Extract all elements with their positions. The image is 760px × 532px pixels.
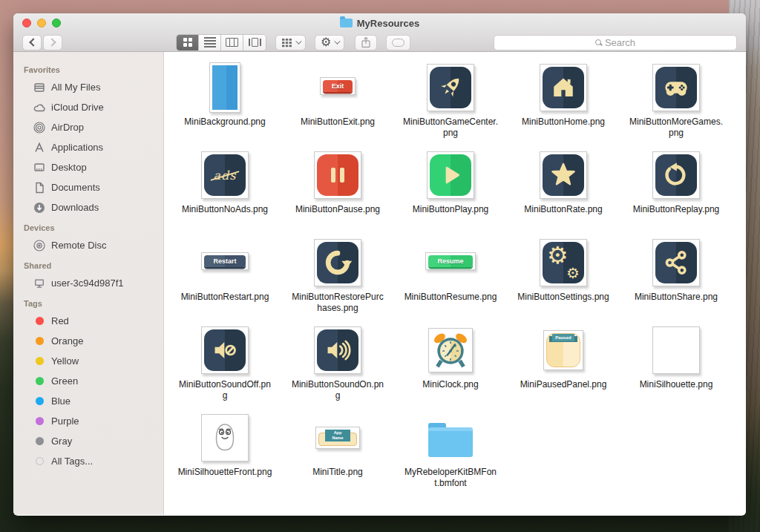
sound-off-icon [211,338,239,363]
window-controls [22,19,61,27]
file-item[interactable]: MiniButtonMoreGames.png [620,62,733,150]
search-icon [595,39,601,45]
zoom-button[interactable] [52,19,61,27]
sidebar-item-desktop[interactable]: Desktop [13,157,163,177]
no-ads-icon: ads [214,168,237,183]
file-name: MiniButtonResume.png [404,292,497,303]
file-name: MiniPausedPanel.png [520,379,607,390]
file-item[interactable]: MiniSilhouetteFront.png [168,413,281,500]
sidebar-item-icloud-drive[interactable]: iCloud Drive [13,97,163,117]
share-icon [361,36,371,48]
sidebar-item-remote-disc[interactable]: Remote Disc [13,235,163,255]
sidebar-tag-red[interactable]: Red [13,311,163,331]
file-name: MiniButtonSettings.png [517,292,609,303]
file-item[interactable]: ads MiniButtonNoAds.png [168,150,281,237]
file-item[interactable]: Resume MiniButtonResume.png [394,237,507,325]
sidebar-item-documents[interactable]: Documents [13,177,163,197]
sidebar-all-tags[interactable]: All Tags... [13,451,163,471]
view-mode-switcher [176,34,266,51]
file-item[interactable]: MiniButtonRate.png [507,150,620,237]
file-name: MiniButtonHome.png [522,116,605,128]
icon-view-button[interactable] [177,35,199,50]
file-name: MiniButtonNoAds.png [182,204,268,215]
sidebar-tag-blue[interactable]: Blue [13,391,163,411]
tag-dot-purple [33,417,46,425]
sidebar-section-tags: Tags [13,293,163,311]
title-banner-thumbnail: App Name [318,430,357,446]
sidebar-tag-yellow[interactable]: Yellow [13,351,163,371]
window-header: MyResources [13,13,746,52]
window-title-text: MyResources [357,18,420,29]
cloud-icon [33,102,46,113]
desktop-icon [33,162,46,173]
list-view-button[interactable] [199,35,221,50]
finder-window: MyResources [13,13,746,516]
window-title: MyResources [13,13,746,33]
airdrop-icon [33,122,46,134]
sidebar-tag-purple[interactable]: Purple [13,411,163,431]
column-view-icon [226,38,238,47]
file-item[interactable]: MiniButtonReplay.png [620,150,733,237]
chevron-left-icon [29,38,37,46]
toolbar: ⚙ Search [13,33,746,52]
tag-dot-all [33,457,46,465]
coverflow-view-button[interactable] [243,35,266,50]
sidebar-item-downloads[interactable]: Downloads [13,197,163,217]
file-item[interactable]: MiniButtonHome.png [507,62,620,150]
column-view-button[interactable] [221,35,243,50]
icon-view-icon [183,38,192,47]
chevron-right-icon [48,38,56,46]
sidebar-item-applications[interactable]: Applications [13,137,163,157]
sidebar-item-shared-computer[interactable]: user-3c94d987f1 [13,273,163,293]
search-placeholder: Search [605,37,635,48]
file-item[interactable]: ⚙⚙ MiniButtonSettings.png [507,237,620,325]
title-bar: MyResources [13,13,746,33]
minimize-button[interactable] [37,19,46,27]
share-button[interactable] [355,35,377,50]
file-name: MiniClock.png [422,379,478,390]
back-button[interactable] [22,35,42,50]
gamepad-icon [662,75,690,100]
forward-button[interactable] [43,35,62,50]
file-item[interactable]: Paused MiniPausedPanel.png [507,325,620,413]
file-item[interactable]: App Name MiniTitle.png [281,413,394,500]
file-name: MiniButtonMoreGames.png [628,116,724,139]
file-item[interactable]: MiniButtonGameCenter.png [394,62,507,150]
sidebar-tag-orange[interactable]: Orange [13,331,163,351]
file-item[interactable]: MiniButtonSoundOn.png [281,325,394,413]
alarm-clock-icon [431,331,470,370]
file-name: MiniButtonReplay.png [633,204,720,215]
tag-dot-green [33,377,46,385]
file-item[interactable]: MiniClock.png [394,325,507,413]
file-name: MiniButtonRestart.png [181,292,269,303]
action-button[interactable]: ⚙ [315,35,344,50]
display-icon [33,278,46,289]
restore-icon [323,248,353,278]
resume-button-thumbnail: Resume [428,255,472,267]
file-item[interactable]: MiniBackground.png [168,62,281,150]
tag-button[interactable] [386,35,410,50]
sidebar-tag-green[interactable]: Green [13,371,163,391]
sidebar-item-airdrop[interactable]: AirDrop [13,117,163,137]
sidebar-tag-gray[interactable]: Gray [13,431,163,451]
file-item[interactable]: Exit MiniButtonExit.png [281,62,394,150]
tag-dot-gray [33,437,46,445]
coverflow-view-icon [249,38,261,47]
file-item[interactable]: MiniButtonPause.png [281,150,394,237]
file-name: MiniButtonSoundOn.png [289,379,386,401]
file-item[interactable]: MiniButtonPlay.png [394,150,507,237]
search-input[interactable]: Search [494,35,737,50]
file-item[interactable]: Restart MiniButtonRestart.png [168,237,281,325]
share-nodes-icon [663,249,689,276]
silhouette-thumbnail [655,329,697,371]
file-item[interactable]: MiniButtonSoundOff.png [168,325,281,413]
file-item[interactable]: MiniButtonRestorePurchases.png [281,237,394,325]
file-item[interactable]: MyRebeloperKitBMFont.bmfont [394,413,507,500]
downloads-icon [33,202,46,214]
file-item[interactable]: MiniSilhouette.png [620,325,733,413]
sidebar-item-all-my-files[interactable]: All My Files [13,77,163,97]
file-item[interactable]: MiniButtonShare.png [620,237,733,325]
arrange-button[interactable] [275,35,306,50]
close-button[interactable] [22,19,31,27]
file-name: MiniButtonPlay.png [413,204,489,215]
